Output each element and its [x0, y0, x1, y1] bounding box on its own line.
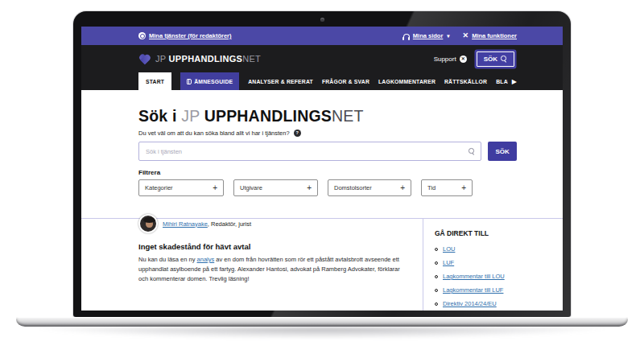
sidebar-link-lagkommentar-luf[interactable]: Lagkommentar till LUF: [443, 286, 503, 294]
filter-label: Filtrera: [138, 169, 517, 176]
sidebar-title: GÅ DIREKT TILL: [435, 229, 517, 237]
title-jp: JP: [181, 107, 204, 125]
brand-jp: JP: [155, 54, 169, 64]
article-body-pre: Nu kan du läsa en ny: [138, 256, 197, 263]
mina-sidor-link[interactable]: Mina sidor ▾: [403, 32, 450, 39]
analys-link[interactable]: analys: [197, 256, 215, 263]
article: Mihiri Ratnayake, Redaktör, jurist Inget…: [138, 219, 423, 311]
headphones-icon: [403, 34, 410, 39]
title-sok-i: Sök i: [138, 107, 181, 125]
search-submit-button[interactable]: SÖK: [488, 142, 517, 161]
header-search-button[interactable]: SÖK: [477, 51, 514, 67]
brand-upphandlings: UPPHANDLINGS: [169, 54, 243, 64]
mina-funktioner-label: Mina funktioner: [472, 32, 517, 39]
main-nav: START ÄMNESGUIDE ANALYSER & REFERAT FRÅG…: [81, 72, 563, 90]
screen: Mina tjänster (för redaktörer) Mina sido…: [81, 27, 563, 311]
nav-item-lagkommentarer[interactable]: LAGKOMMENTARER: [378, 72, 436, 90]
mina-funktioner-link[interactable]: ✕ Mina funktioner: [463, 32, 517, 39]
article-section: Mihiri Ratnayake, Redaktör, jurist Inget…: [81, 218, 563, 311]
sidebar-link-luf[interactable]: LUF: [443, 259, 454, 266]
jp-badge-icon: [138, 32, 146, 39]
page-title: Sök i JP UPPHANDLINGSNET: [138, 107, 517, 125]
laptop-base: [16, 317, 628, 327]
sidebar-link-direktiv[interactable]: Direktiv 2014/24/EU: [443, 300, 497, 307]
nav-item-analyser-referat[interactable]: ANALYSER & REFERAT: [248, 72, 313, 90]
bullet-icon: [435, 275, 438, 278]
laptop-shadow: [39, 327, 605, 339]
search-subtitle: Du vet väl om att du kan söka bland allt…: [138, 130, 290, 137]
jp-heart-logo-icon: [138, 55, 151, 65]
input-search-icon: [469, 148, 475, 154]
chevron-down-icon: ▾: [447, 33, 449, 39]
title-net: NET: [332, 107, 364, 125]
author-title: , Redaktör, jurist: [208, 220, 251, 228]
brand-logo[interactable]: JP UPPHANDLINGSNET: [138, 53, 261, 65]
bullet-icon: [435, 248, 438, 251]
list-item: Lagkommentar till LUF: [435, 286, 517, 294]
list-item: Direktiv 2014/24/EU: [435, 300, 517, 307]
bullet-icon: [435, 302, 438, 306]
editor-services-link[interactable]: Mina tjänster (för redaktörer): [138, 32, 232, 39]
webcam-icon: [320, 18, 324, 22]
filter-utgivare-label: Utgivare: [240, 184, 262, 191]
site-header: JP UPPHANDLINGSNET Support ✕ SÖK: [81, 45, 563, 72]
support-link[interactable]: Support ✕: [434, 56, 467, 63]
author-link[interactable]: Mihiri Ratnayake: [163, 220, 208, 228]
tools-icon: ✕: [463, 32, 469, 39]
plus-icon: +: [307, 184, 312, 192]
author-avatar: [138, 214, 158, 233]
title-upphandlings: UPPHANDLINGS: [204, 107, 332, 125]
page: Mina tjänster (för redaktörer) Mina sido…: [0, 0, 644, 362]
search-input[interactable]: [138, 142, 481, 161]
search-icon: [501, 56, 507, 62]
editor-services-label: Mina tjänster (för redaktörer): [149, 32, 232, 39]
article-heading: Inget skadestånd för hävt avtal: [138, 242, 403, 251]
filter-tid[interactable]: Tid +: [421, 179, 473, 196]
list-item: LUF: [435, 259, 517, 266]
brand-name: JP UPPHANDLINGSNET: [155, 54, 261, 64]
nav-item-fragor-svar[interactable]: FRÅGOR & SVAR: [322, 72, 369, 90]
article-body: Nu kan du läsa en ny analys av en dom fr…: [138, 255, 403, 284]
filter-domstolsorter[interactable]: Domstolsorter +: [328, 179, 411, 196]
quick-links-sidebar: GÅ DIREKT TILL LOU LUF Lagkommentar till…: [423, 219, 517, 311]
support-label: Support: [434, 56, 456, 63]
sidebar-link-lou[interactable]: LOU: [443, 245, 455, 253]
nav-overflow-arrow[interactable]: ▶: [508, 72, 517, 90]
plus-icon: +: [400, 184, 405, 192]
bullet-icon: [435, 261, 438, 265]
support-icon: ✕: [460, 56, 467, 63]
list-item: LOU: [435, 245, 517, 253]
filter-domstolsorter-label: Domstolsorter: [334, 184, 372, 191]
nav-item-amnesguide-label: ÄMNESGUIDE: [194, 79, 233, 84]
laptop-mockup: Mina tjänster (för redaktörer) Mina sido…: [73, 11, 571, 317]
nav-item-rattskallor[interactable]: RÄTTSKÄLLOR: [444, 72, 487, 90]
plus-icon: +: [213, 184, 217, 192]
help-icon[interactable]: ?: [294, 130, 301, 137]
filter-kategorier-label: Kategorier: [145, 184, 173, 191]
author-byline: Mihiri Ratnayake, Redaktör, jurist: [163, 220, 251, 228]
list-item: Lagkommentar till LOU: [435, 273, 517, 280]
header-search-label: SÖK: [484, 56, 497, 63]
filter-tid-label: Tid: [427, 184, 436, 191]
filter-row: Kategorier + Utgivare + Domstolsorter + …: [138, 179, 517, 196]
mina-sidor-label: Mina sidor: [413, 32, 444, 39]
filter-utgivare[interactable]: Utgivare +: [233, 179, 318, 196]
search-section: Sök i JP UPPHANDLINGSNET Du vet väl om a…: [138, 90, 517, 196]
plus-icon: +: [461, 184, 466, 192]
nav-item-amnesguide[interactable]: ÄMNESGUIDE: [180, 72, 239, 90]
bullet-icon: [435, 289, 438, 292]
book-icon: [187, 79, 192, 84]
sidebar-link-lagkommentar-lou[interactable]: Lagkommentar till LOU: [443, 273, 505, 280]
top-utility-bar: Mina tjänster (för redaktörer) Mina sido…: [81, 27, 563, 45]
nav-item-start[interactable]: START: [138, 72, 171, 90]
filter-kategorier[interactable]: Kategorier +: [138, 179, 224, 196]
brand-net: NET: [242, 54, 261, 64]
